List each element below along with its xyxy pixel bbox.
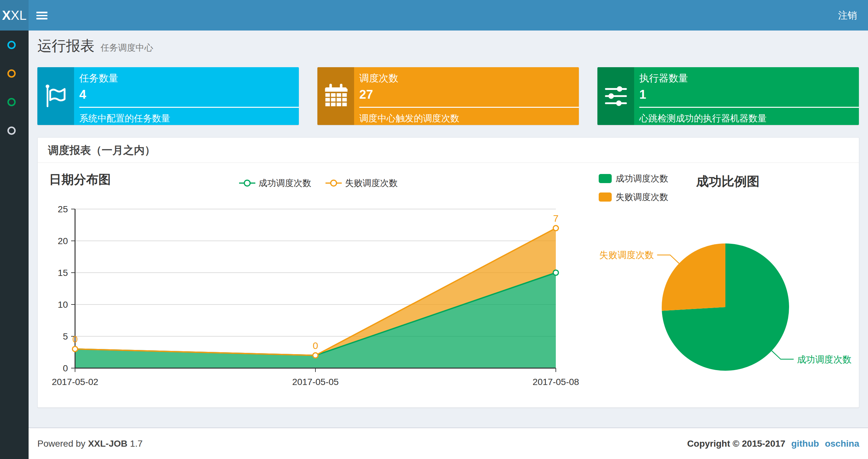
legend-label: 失败调度次数: [616, 191, 668, 203]
fail-point: [72, 347, 78, 352]
pie-chart-title: 成功比例图: [696, 173, 760, 190]
pie-legend-item-fail[interactable]: 失败调度次数: [599, 191, 668, 203]
logo-text-light: XL: [11, 8, 27, 23]
legend-label: 成功调度次数: [258, 177, 311, 189]
report-panel: 调度报表（一月之内） 日期分布图 成功调度次数 失败调度次数 051015202…: [37, 137, 859, 408]
info-box-divider: [639, 107, 859, 108]
y-tick-label: 5: [63, 331, 68, 341]
point-label: 0: [313, 340, 318, 351]
circle-outline-icon: [7, 40, 16, 50]
legend-label: 成功调度次数: [616, 173, 668, 185]
info-box-value: 1: [639, 88, 859, 102]
sidebar-menu: [0, 31, 29, 459]
line-chart-title: 日期分布图: [49, 171, 111, 188]
sidebar-item-1[interactable]: [0, 31, 29, 59]
pie-label-line: [657, 255, 679, 263]
sliders-icon: [604, 86, 628, 107]
y-tick-label: 0: [63, 363, 68, 373]
powered-by-text: Powered byXXL-JOB1.7: [37, 438, 145, 449]
info-box-description: 系统中配置的任务数量: [79, 112, 299, 125]
info-box-jobs: 任务数量 4 系统中配置的任务数量: [37, 67, 299, 125]
fail-point: [553, 226, 558, 231]
legend-swatch-icon: [599, 193, 612, 202]
github-link[interactable]: github: [791, 438, 819, 449]
x-tick-label: 2017-05-05: [292, 377, 339, 387]
y-tick-label: 10: [58, 300, 68, 310]
success-ratio-chart[interactable]: 成功调度次数失败调度次数: [595, 208, 861, 403]
line-chart-legend: 成功调度次数 失败调度次数: [239, 177, 398, 189]
info-box-value: 4: [79, 88, 299, 102]
legend-label: 失败调度次数: [345, 177, 398, 189]
pie-slice-1: [662, 243, 725, 310]
legend-item-fail[interactable]: 失败调度次数: [326, 177, 398, 189]
panel-title: 调度报表（一月之内）: [48, 144, 155, 156]
x-tick-label: 2017-05-08: [532, 377, 579, 387]
page-title: 运行报表: [37, 38, 95, 54]
point-label: 7: [553, 213, 559, 224]
sidebar-item-4[interactable]: [0, 116, 29, 145]
y-tick-label: 25: [58, 204, 68, 214]
pie-chart-legend: 成功调度次数 失败调度次数: [599, 173, 668, 203]
circle-outline-icon: [7, 69, 16, 78]
logout-button[interactable]: 注销: [827, 0, 868, 31]
app-logo[interactable]: XXL: [0, 0, 29, 31]
x-tick-label: 2017-05-02: [52, 377, 98, 387]
sidebar-toggle-button[interactable]: [36, 10, 50, 22]
info-box-executors: 执行器数量 1 心跳检测成功的执行器机器数量: [597, 67, 859, 125]
fail-point: [313, 353, 318, 358]
y-tick-label: 15: [58, 268, 68, 278]
flag-icon: [45, 84, 67, 108]
legend-line-marker-icon: [326, 179, 342, 187]
info-box-title: 执行器数量: [639, 72, 859, 85]
y-tick-label: 20: [58, 236, 68, 246]
pie-legend-item-success[interactable]: 成功调度次数: [599, 173, 668, 185]
point-label: 0: [72, 334, 78, 345]
product-name: XXL-JOB: [88, 438, 127, 449]
info-box-row: 任务数量 4 系统中配置的任务数量: [37, 67, 859, 125]
footer: Powered byXXL-JOB1.7 Copyright © 2015-20…: [29, 427, 868, 459]
calendar-icon: [324, 84, 348, 108]
info-box-triggers: 调度次数 27 调度中心触发的调度次数: [317, 67, 579, 125]
logo-text-bold: X: [2, 8, 11, 23]
info-box-divider: [79, 107, 299, 108]
legend-item-success[interactable]: 成功调度次数: [239, 177, 311, 189]
circle-outline-icon: [7, 98, 16, 106]
pie-label: 成功调度次数: [797, 355, 851, 364]
copyright-text: Copyright © 2015-2017: [687, 438, 785, 449]
pie-label: 失败调度次数: [599, 250, 654, 260]
info-box-divider: [359, 107, 579, 108]
date-distribution-chart[interactable]: 05101520252017-05-022017-05-052017-05-08…: [42, 202, 595, 396]
top-navbar: XXL 注销: [0, 0, 868, 31]
sidebar-item-3[interactable]: [0, 88, 29, 116]
oschina-link[interactable]: oschina: [825, 438, 859, 449]
info-box-value: 27: [359, 88, 579, 102]
legend-swatch-icon: [599, 174, 612, 183]
circle-outline-icon: [7, 126, 16, 135]
info-box-title: 任务数量: [79, 72, 299, 85]
page-subtitle: 任务调度中心: [100, 43, 153, 53]
xxl-job-dashboard: XXL 注销 运行报表 任务调度中心: [0, 0, 868, 459]
success-point: [553, 270, 558, 275]
legend-line-marker-icon: [239, 179, 255, 187]
pie-label-line: [772, 351, 794, 359]
hamburger-icon: [36, 12, 48, 13]
sidebar-item-2[interactable]: [0, 59, 29, 88]
info-box-description: 调度中心触发的调度次数: [359, 112, 579, 125]
page-header: 运行报表 任务调度中心: [37, 36, 153, 56]
product-version: 1.7: [130, 438, 143, 449]
info-box-description: 心跳检测成功的执行器机器数量: [639, 112, 859, 125]
info-box-title: 调度次数: [359, 72, 579, 85]
